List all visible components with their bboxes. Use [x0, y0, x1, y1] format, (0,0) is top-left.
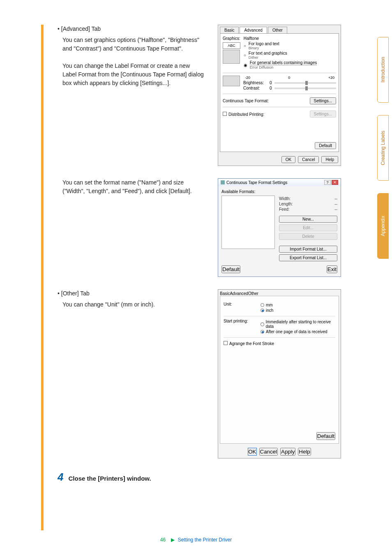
brightness-slider[interactable] [274, 82, 336, 84]
other-tab-dialog: Basic Advanced Other Unit: mm inch [218, 289, 341, 458]
slider-min: -20 [245, 76, 250, 80]
advanced-tab-dialog: Basic Advanced Other Graphics: ABC [218, 25, 341, 166]
page-content: • [Advanced] Tab You can set graphics op… [41, 25, 345, 484]
feed-value: -- [334, 207, 337, 212]
halftone-opt2[interactable]: For text and graphics [249, 51, 287, 55]
import-button[interactable]: Import Format List... [279, 246, 337, 253]
unit-label: Unit: [224, 302, 261, 313]
tab-advanced[interactable]: Advanced [240, 27, 267, 33]
halftone-opt3-sub: Error Diffusion [250, 65, 317, 69]
ctf-default-button[interactable]: Default [221, 265, 240, 273]
continuous-settings-button[interactable]: Settings... [310, 97, 336, 104]
delete-button: Delete [279, 233, 337, 240]
slider-zero: 0 [288, 76, 290, 80]
unit-mm-radio[interactable]: mm [261, 303, 335, 307]
tab-other[interactable]: Other [268, 27, 287, 33]
unit-mm-label: mm [266, 303, 273, 307]
contrast-slider[interactable] [274, 88, 336, 89]
start-opt2-label: After one page of data is received [266, 329, 327, 334]
arrange-checkbox[interactable] [224, 341, 228, 345]
page-footer: 46 ▶ Setting the Printer Driver [0, 537, 392, 543]
ok-button[interactable]: OK [281, 156, 295, 163]
default-button[interactable]: Default [315, 142, 336, 149]
width-value: -- [334, 196, 337, 201]
tab-other-3[interactable]: Other [248, 291, 258, 296]
edit-button: Edit... [279, 224, 337, 231]
brightness-value: 0 [270, 81, 272, 85]
halftone-group-label: Halftone [244, 36, 336, 41]
other-tab-heading: • [Other] Tab [58, 289, 205, 298]
help-button[interactable]: Help [321, 156, 338, 163]
halftone-opt1[interactable]: For logo and text [249, 41, 279, 46]
contrast-label: Contrast: [243, 86, 267, 90]
sidetab-appendix[interactable]: Appendix [377, 193, 389, 259]
preview-thumbnail-1 [223, 50, 240, 64]
advanced-tab-heading: • [Advanced] Tab [58, 25, 205, 33]
width-label: Width: [279, 196, 291, 201]
other-cancel-button[interactable]: Cancel [259, 448, 278, 456]
exit-button[interactable]: Exit [327, 265, 337, 273]
start-opt1-radio[interactable]: Immediately after starting to receive da… [261, 320, 335, 329]
halftone-opt2-sub: Dither [249, 55, 287, 60]
side-nav: Introduction Creating Labels Appendix [377, 37, 392, 271]
sidetab-creating-labels[interactable]: Creating Labels [377, 115, 389, 181]
start-opt2-radio[interactable]: After one page of data is received [261, 329, 335, 334]
ctf-dialog: Continuous Tape Format Settings ? ✕ Avai… [218, 178, 341, 277]
export-button[interactable]: Export Format List... [279, 254, 337, 261]
other-help-button[interactable]: Help [298, 448, 311, 456]
feed-label: Feed: [279, 207, 290, 212]
distributed-settings-button: Settings... [310, 111, 336, 117]
other-apply-button[interactable]: Apply [280, 448, 295, 456]
arrange-label: Agrange the Font Stroke [229, 341, 274, 346]
length-label: Length: [279, 202, 293, 206]
window-icon [221, 180, 225, 184]
sidetab-introduction[interactable]: Introduction [377, 37, 389, 103]
length-value: -- [334, 202, 337, 206]
help-icon[interactable]: ? [324, 180, 331, 185]
ctf-title: Continuous Tape Format Settings [226, 180, 287, 185]
continuous-tape-label: Continuous Tape Format: [223, 99, 269, 103]
halftone-opt1-sub: Binary [249, 46, 279, 50]
ctf-desc: You can set the format name ("Name") and… [62, 178, 205, 196]
other-ok-button[interactable]: OK [248, 448, 256, 456]
halftone-opt3[interactable]: For general labels containing images [250, 60, 317, 65]
slider-max: +20 [328, 76, 334, 80]
triangle-icon: ▶ [171, 537, 175, 543]
available-formats-label: Available Formats: [221, 189, 337, 194]
tab-basic[interactable]: Basic [220, 27, 239, 33]
advanced-tab-desc-1: You can set graphics options ("Halftone"… [62, 36, 205, 53]
tab-basic-3[interactable]: Basic [220, 291, 230, 296]
advanced-tab-desc-2: You can change the Label Format or creat… [62, 62, 205, 88]
other-tab-desc: You can change "Unit" (mm or inch). [62, 300, 205, 309]
tab-advanced-3[interactable]: Advanced [230, 291, 248, 296]
footer-link[interactable]: Setting the Printer Driver [178, 537, 232, 543]
graphics-label: Graphics: [223, 36, 240, 41]
available-formats-list[interactable] [221, 196, 275, 249]
cancel-button[interactable]: Cancel [298, 156, 319, 163]
distributed-label[interactable]: Distributed Printing: [228, 112, 264, 117]
unit-inch-label: inch [266, 308, 273, 313]
start-printing-label: Start printing: [224, 319, 261, 335]
contrast-value: 0 [270, 86, 272, 90]
brightness-label: Brightness: [243, 81, 267, 85]
start-opt1-label: Immediately after starting to receive da… [266, 320, 335, 329]
close-icon[interactable]: ✕ [332, 180, 338, 185]
step-number: 4 [58, 471, 63, 484]
unit-inch-radio[interactable]: inch [261, 308, 335, 313]
step-text: Close the [Printers] window. [68, 475, 151, 482]
other-default-button[interactable]: Default [316, 432, 335, 440]
page-number: 46 [160, 537, 166, 543]
new-button[interactable]: New... [279, 216, 337, 223]
preview-thumbnail-2 [223, 76, 240, 86]
